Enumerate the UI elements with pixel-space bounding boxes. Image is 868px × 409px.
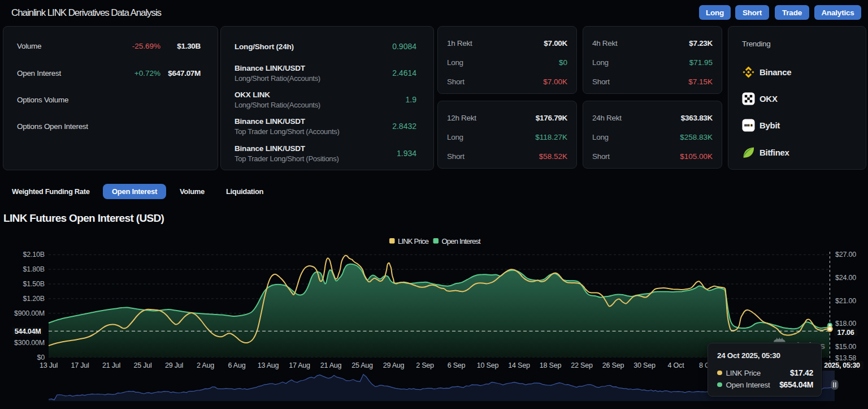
svg-text:$15.00: $15.00 <box>835 343 856 351</box>
svg-text:$300.00M: $300.00M <box>14 339 45 347</box>
svg-text:4 Oct: 4 Oct <box>668 361 685 369</box>
svg-text:22 Sep: 22 Sep <box>571 361 593 369</box>
svg-text:Open Interest: Open Interest <box>442 237 481 246</box>
svg-text:26 Sep: 26 Sep <box>602 361 624 369</box>
svg-text:17 Jul: 17 Jul <box>71 361 89 369</box>
svg-text:$24.00: $24.00 <box>835 274 856 282</box>
svg-text:13 Jul: 13 Jul <box>40 361 58 369</box>
svg-text:6 Aug: 6 Aug <box>228 361 246 369</box>
svg-text:17 Aug: 17 Aug <box>289 361 310 369</box>
svg-text:544.04M: 544.04M <box>15 328 41 335</box>
svg-text:$900.00M: $900.00M <box>14 309 45 317</box>
svg-text:$18.00: $18.00 <box>835 320 856 328</box>
svg-text:$21.00: $21.00 <box>835 297 856 305</box>
svg-text:17.06: 17.06 <box>837 329 854 337</box>
svg-text:$1.20B: $1.20B <box>23 295 45 303</box>
svg-text:21 Jul: 21 Jul <box>102 361 120 369</box>
svg-text:25 Jul: 25 Jul <box>133 361 151 369</box>
svg-text:14 Sep: 14 Sep <box>508 361 530 369</box>
svg-text:$27.00: $27.00 <box>835 251 856 259</box>
svg-text:29 Aug: 29 Aug <box>383 361 405 369</box>
svg-text:$13.58: $13.58 <box>835 354 856 362</box>
svg-text:2 Sep: 2 Sep <box>416 361 434 369</box>
svg-text:25 Aug: 25 Aug <box>351 361 373 369</box>
svg-text:2 Aug: 2 Aug <box>197 361 214 369</box>
svg-text:$1.80B: $1.80B <box>23 265 45 273</box>
svg-text:LINK Price: LINK Price <box>398 237 429 246</box>
svg-text:29 Jul: 29 Jul <box>165 361 183 369</box>
svg-text:21 Aug: 21 Aug <box>320 361 342 369</box>
svg-text:$0: $0 <box>37 354 45 361</box>
svg-text:6 Sep: 6 Sep <box>448 361 466 369</box>
svg-text:18 Sep: 18 Sep <box>540 361 562 369</box>
svg-text:2025, 05:30: 2025, 05:30 <box>824 361 860 369</box>
svg-text:$2.10B: $2.10B <box>23 251 45 259</box>
svg-text:10 Sep: 10 Sep <box>477 361 499 369</box>
svg-text:13 Aug: 13 Aug <box>258 361 279 369</box>
svg-text:30 Sep: 30 Sep <box>633 361 656 369</box>
svg-text:$1.50B: $1.50B <box>23 280 45 288</box>
